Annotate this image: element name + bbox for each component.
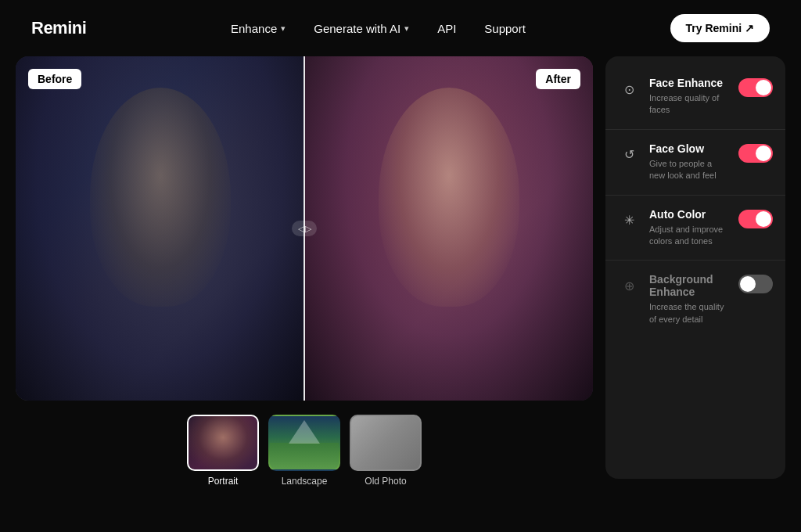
face-enhance-row: ⊙ Face Enhance Increase quality of faces — [605, 64, 785, 130]
logo[interactable]: Remini — [31, 18, 86, 38]
thumb-portrait[interactable]: Portrait — [187, 415, 259, 487]
face-glow-info: Face Glow Give to people a new look and … — [649, 142, 729, 182]
chevron-down-icon: ▾ — [281, 23, 286, 34]
thumbnail-strip: Portrait Landscape Old Photo — [16, 412, 593, 490]
after-label: After — [536, 69, 580, 89]
thumb-oldphoto-label: Old Photo — [365, 476, 406, 487]
thumb-landscape-label: Landscape — [282, 476, 328, 487]
auto-color-toggle[interactable] — [738, 210, 773, 228]
auto-color-icon: ✳ — [618, 210, 640, 232]
auto-color-title: Auto Color — [649, 208, 729, 221]
face-enhance-title: Face Enhance — [649, 77, 729, 89]
background-enhance-title: Background Enhance — [649, 273, 729, 298]
face-enhance-icon: ⊙ — [618, 78, 640, 100]
thumb-landscape[interactable]: Landscape — [268, 415, 340, 487]
thumb-portrait-image — [187, 415, 259, 471]
thumb-landscape-image — [268, 415, 340, 471]
background-enhance-info: Background Enhance Increase the quality … — [649, 273, 729, 325]
chevron-down-icon: ▾ — [404, 23, 409, 34]
face-glow-row: ↺ Face Glow Give to people a new look an… — [605, 130, 785, 196]
before-image — [16, 56, 304, 401]
left-panel: ◁ ▷ Before After Portrait Landscape Old … — [16, 56, 593, 524]
auto-color-desc: Adjust and improve colors and tones — [649, 224, 729, 248]
nav-api[interactable]: API — [437, 22, 456, 35]
main-nav: Enhance ▾ Generate with AI ▾ API Support — [231, 22, 526, 35]
face-glow-toggle[interactable] — [738, 144, 773, 163]
after-image — [304, 56, 593, 401]
face-enhance-toggle[interactable] — [738, 78, 773, 97]
face-enhance-desc: Increase quality of faces — [649, 92, 729, 117]
background-enhance-row: ⊕ Background Enhance Increase the qualit… — [605, 261, 785, 338]
thumb-oldphoto[interactable]: Old Photo — [350, 415, 422, 487]
background-enhance-toggle[interactable] — [738, 275, 773, 293]
before-label: Before — [28, 69, 81, 89]
image-compare-container[interactable]: ◁ ▷ Before After — [16, 56, 593, 401]
settings-panel: ⊙ Face Enhance Increase quality of faces… — [605, 56, 785, 479]
compare-handle[interactable]: ◁ ▷ — [292, 221, 317, 236]
auto-color-row: ✳ Auto Color Adjust and improve colors a… — [605, 196, 785, 261]
nav-generate-ai[interactable]: Generate with AI ▾ — [314, 22, 409, 35]
thumb-oldphoto-image — [350, 415, 422, 471]
auto-color-info: Auto Color Adjust and improve colors and… — [649, 208, 729, 248]
image-compare: ◁ ▷ — [16, 56, 593, 401]
nav-support[interactable]: Support — [484, 22, 526, 35]
face-enhance-info: Face Enhance Increase quality of faces — [649, 77, 729, 117]
background-enhance-icon: ⊕ — [618, 275, 640, 297]
nav-enhance[interactable]: Enhance ▾ — [231, 22, 286, 35]
try-remini-button[interactable]: Try Remini ↗ — [670, 14, 770, 42]
face-glow-desc: Give to people a new look and feel — [649, 158, 729, 182]
thumb-portrait-label: Portrait — [208, 476, 239, 487]
face-glow-title: Face Glow — [649, 142, 729, 155]
background-enhance-desc: Increase the quality of every detail — [649, 301, 729, 325]
face-glow-icon: ↺ — [618, 144, 640, 166]
